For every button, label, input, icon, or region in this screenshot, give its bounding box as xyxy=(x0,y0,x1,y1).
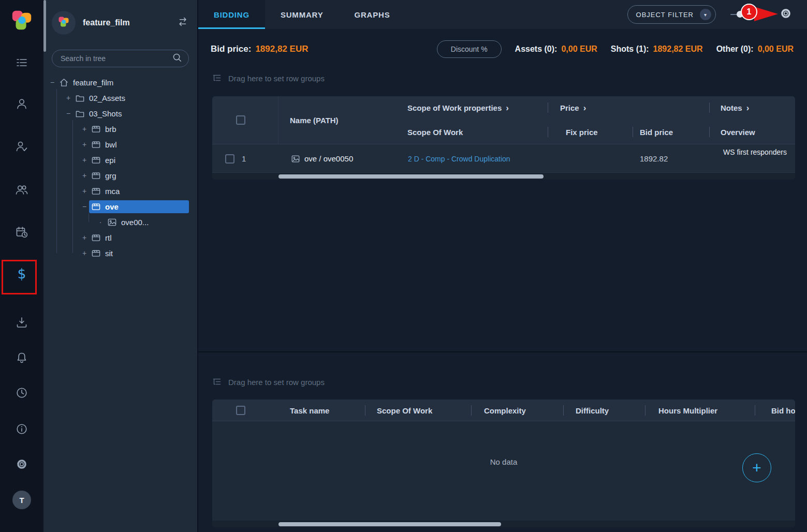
chevron-right-icon: › xyxy=(506,103,509,113)
column-header-bid-price[interactable]: Bid price xyxy=(640,120,673,144)
clock-icon[interactable] xyxy=(0,386,43,400)
tree-expander[interactable]: − xyxy=(64,109,73,117)
column-header-scope-of-work[interactable]: Scope Of Work xyxy=(377,400,432,421)
column-header-name[interactable]: Name (PATH) xyxy=(290,96,339,144)
horizontal-scrollbar[interactable] xyxy=(212,521,795,527)
row-groups-icon xyxy=(212,376,222,388)
scrollbar-thumb[interactable] xyxy=(278,522,501,526)
scrollbar-thumb[interactable] xyxy=(278,174,544,179)
gear-icon[interactable] xyxy=(0,457,43,471)
tree-item-grg[interactable]: +grg xyxy=(43,168,197,183)
shot-icon xyxy=(91,186,101,196)
project-avatar[interactable] xyxy=(52,11,76,35)
tree-expander[interactable]: · xyxy=(96,218,105,226)
other-value: 0,00 EUR xyxy=(758,45,794,54)
column-header-scope-of-work[interactable]: Scope Of Work xyxy=(407,120,463,144)
select-all-checkbox[interactable] xyxy=(236,115,245,125)
column-separator xyxy=(633,127,633,137)
tree-item-sit[interactable]: +sit xyxy=(43,245,197,261)
tree-item-rtl[interactable]: +rtl xyxy=(43,230,197,245)
tree-expander[interactable]: − xyxy=(80,202,89,211)
main-content: BIDDINGSUMMARYGRAPHS OBJECT FILTER ▾ 1 B… xyxy=(198,0,807,532)
other-total: Other (0): 0,00 EUR xyxy=(716,45,794,54)
column-header-hours-multiplier[interactable]: Hours Multiplier xyxy=(658,400,717,421)
column-header-fix-price[interactable]: Fix price xyxy=(566,120,598,144)
search-input[interactable] xyxy=(61,54,172,63)
tree-item-epi[interactable]: +epi xyxy=(43,152,197,168)
assets-label: Assets (0): xyxy=(515,45,557,54)
row-groups-hint: Drag here to set row groups xyxy=(228,74,325,83)
row-groups-dropzone[interactable]: Drag here to set row groups xyxy=(212,71,807,85)
object-filter-dropdown[interactable]: OBJECT FILTER ▾ xyxy=(627,5,716,24)
bell-icon[interactable] xyxy=(0,351,43,364)
tree-expander[interactable]: + xyxy=(80,249,89,257)
tree-expander[interactable]: + xyxy=(80,171,89,180)
person-icon[interactable] xyxy=(0,97,43,111)
column-header-bid-ho[interactable]: Bid ho xyxy=(771,400,795,421)
swap-project-icon[interactable] xyxy=(177,16,189,30)
bid-price-label: Bid price: xyxy=(211,44,251,54)
table-row[interactable]: 1ove / ove00502 D - Comp - Crowd Duplica… xyxy=(212,144,795,173)
row-name-cell: ove / ove0050 xyxy=(291,144,353,173)
bid-price-value: 1892.82 xyxy=(640,144,668,173)
info-icon[interactable] xyxy=(0,422,43,436)
people-icon[interactable] xyxy=(0,183,43,197)
app-logo-icon[interactable] xyxy=(0,8,43,34)
tree-item-label: sit xyxy=(105,249,113,258)
calendar-clock-icon[interactable] xyxy=(0,226,43,239)
select-all-checkbox[interactable] xyxy=(236,406,245,415)
sidebar-scrollbar[interactable] xyxy=(43,0,46,52)
tree-expander[interactable]: + xyxy=(80,125,89,133)
tree-guide-line xyxy=(56,89,57,253)
tree-item-brb[interactable]: +brb xyxy=(43,121,197,137)
add-task-button[interactable]: + xyxy=(742,453,771,482)
download-icon[interactable] xyxy=(0,316,43,329)
group-header-price[interactable]: Price› xyxy=(560,96,586,120)
settings-gear-icon[interactable] xyxy=(779,7,793,22)
tree-expander[interactable]: + xyxy=(80,233,89,242)
tree-item-label: 02_Assets xyxy=(89,94,125,102)
tab-summary[interactable]: SUMMARY xyxy=(265,0,339,29)
column-header-overview[interactable]: Overview xyxy=(721,120,755,144)
shot-icon xyxy=(91,171,101,181)
tree-item-label: ove00... xyxy=(121,218,149,227)
scope-of-work-link[interactable]: 2 D - Comp - Crowd Duplication xyxy=(408,144,510,173)
tree-item-bwl[interactable]: +bwl xyxy=(43,137,197,152)
person-check-icon[interactable] xyxy=(0,140,43,153)
row-checkbox[interactable] xyxy=(225,154,234,164)
tree-item-label: bwl xyxy=(105,140,117,149)
tree-item-03shots[interactable]: −03_Shots xyxy=(43,106,197,121)
tree-search xyxy=(52,50,189,67)
tree-expander[interactable]: + xyxy=(80,187,89,195)
row-groups-dropzone[interactable]: Drag here to set row groups xyxy=(212,375,807,389)
project-tree-panel: feature_film −feature_film+02_Assets−03_… xyxy=(43,0,198,532)
row-groups-icon xyxy=(212,72,222,84)
empty-state-text: No data xyxy=(212,457,795,466)
home-icon xyxy=(59,78,69,87)
column-header-task-name[interactable]: Task name xyxy=(290,400,329,421)
tab-graphs[interactable]: GRAPHS xyxy=(339,0,405,29)
object-filter-label: OBJECT FILTER xyxy=(636,11,694,19)
tree-item-ove[interactable]: −ove xyxy=(43,199,197,214)
discount-button[interactable]: Discount % xyxy=(437,40,502,58)
tree-item-featurefilm[interactable]: −feature_film xyxy=(43,75,197,90)
horizontal-scrollbar[interactable] xyxy=(212,173,795,180)
tree-item-label: 03_Shots xyxy=(89,109,122,118)
tree-item-02assets[interactable]: +02_Assets xyxy=(43,90,197,106)
chevron-down-icon: ▾ xyxy=(700,9,711,20)
tab-bidding[interactable]: BIDDING xyxy=(198,0,265,29)
tree-item-mca[interactable]: +mca xyxy=(43,183,197,199)
tree-expander[interactable]: + xyxy=(64,94,73,102)
column-header-difficulty[interactable]: Difficulty xyxy=(576,400,609,421)
group-header-scope[interactable]: Scope of Work properties› xyxy=(407,96,509,120)
column-header-complexity[interactable]: Complexity xyxy=(484,400,526,421)
column-separator xyxy=(548,127,548,137)
tree-expander[interactable]: − xyxy=(48,78,57,86)
group-header-notes[interactable]: Notes› xyxy=(721,96,749,120)
annotation-highlight-box xyxy=(2,260,37,294)
user-avatar[interactable]: T xyxy=(0,491,43,509)
tree-expander[interactable]: + xyxy=(80,140,89,149)
list-icon[interactable] xyxy=(0,56,43,69)
tree-expander[interactable]: + xyxy=(80,156,89,164)
tree-item-ove00[interactable]: ·ove00... xyxy=(43,214,197,230)
